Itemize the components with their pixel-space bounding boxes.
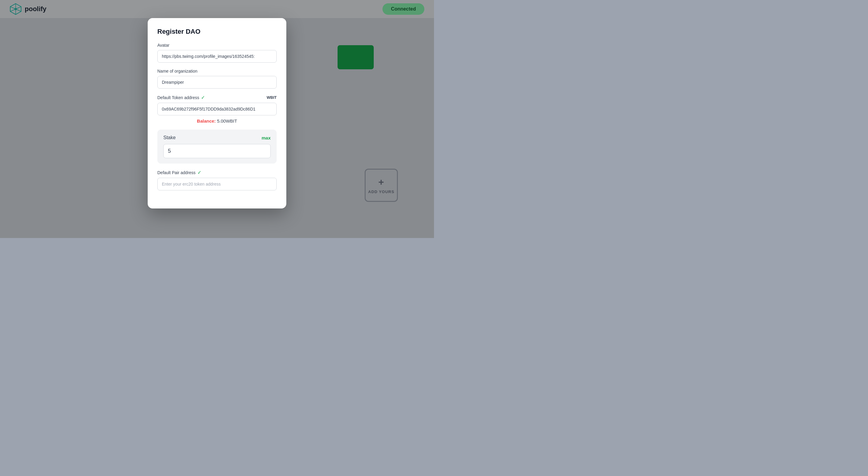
token-verified-icon: ✓ bbox=[201, 95, 205, 100]
avatar-field-group: Avatar bbox=[157, 43, 277, 63]
stake-input[interactable] bbox=[163, 144, 271, 158]
org-name-label: Name of organization bbox=[157, 69, 277, 73]
org-name-input[interactable] bbox=[157, 76, 277, 89]
modal-title: Register DAO bbox=[157, 28, 277, 36]
avatar-label: Avatar bbox=[157, 43, 277, 47]
token-address-field-group: Default Token address ✓ WBIT Balance: 5.… bbox=[157, 95, 277, 124]
pair-verified-icon: ✓ bbox=[197, 169, 201, 175]
org-name-field-group: Name of organization bbox=[157, 69, 277, 89]
token-address-label: Default Token address ✓ WBIT bbox=[157, 95, 277, 100]
balance-value: 5.00WBIT bbox=[217, 118, 237, 124]
register-dao-modal: Register DAO Avatar Name of organization… bbox=[148, 18, 286, 209]
stake-section: Stake max bbox=[157, 130, 277, 164]
stake-header: Stake max bbox=[163, 135, 271, 140]
pair-address-input[interactable] bbox=[157, 178, 277, 190]
avatar-input[interactable] bbox=[157, 50, 277, 63]
pair-address-label: Default Pair address ✓ bbox=[157, 169, 277, 175]
stake-max-button[interactable]: max bbox=[261, 135, 271, 140]
balance-display: Balance: 5.00WBIT bbox=[157, 118, 277, 124]
modal-overlay: Register DAO Avatar Name of organization… bbox=[0, 0, 434, 238]
pair-address-field-group: Default Pair address ✓ bbox=[157, 169, 277, 190]
token-address-input[interactable] bbox=[157, 103, 277, 116]
token-badge: WBIT bbox=[267, 95, 277, 100]
stake-label: Stake bbox=[163, 135, 176, 140]
